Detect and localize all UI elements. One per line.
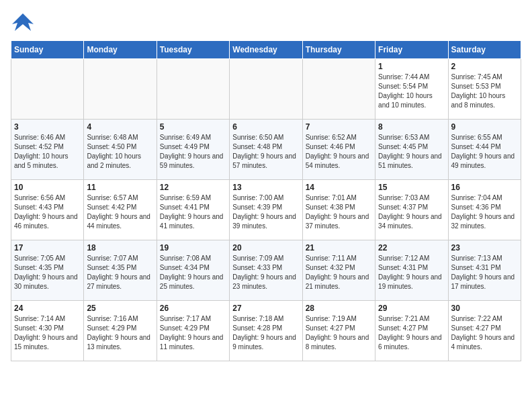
day-info: Sunrise: 7:04 AM Sunset: 4:36 PM Dayligh… xyxy=(451,193,518,231)
day-number: 24 xyxy=(14,304,81,313)
calendar-cell-18: 18Sunrise: 7:07 AM Sunset: 4:35 PM Dayli… xyxy=(84,240,157,301)
day-number: 20 xyxy=(232,243,299,253)
day-info: Sunrise: 7:03 AM Sunset: 4:37 PM Dayligh… xyxy=(378,193,445,231)
day-number: 25 xyxy=(87,304,153,313)
calendar-cell-23: 23Sunrise: 7:13 AM Sunset: 4:31 PM Dayli… xyxy=(448,240,521,301)
calendar-cell-22: 22Sunrise: 7:12 AM Sunset: 4:31 PM Dayli… xyxy=(375,240,448,301)
day-info: Sunrise: 6:59 AM Sunset: 4:41 PM Dayligh… xyxy=(160,193,226,231)
day-number: 23 xyxy=(451,243,518,253)
calendar-cell-empty xyxy=(157,59,229,120)
day-info: Sunrise: 7:45 AM Sunset: 5:53 PM Dayligh… xyxy=(451,73,518,110)
calendar-cell-13: 13Sunrise: 7:00 AM Sunset: 4:39 PM Dayli… xyxy=(230,180,302,240)
day-info: Sunrise: 7:00 AM Sunset: 4:39 PM Dayligh… xyxy=(232,193,299,231)
day-info: Sunrise: 6:56 AM Sunset: 4:43 PM Dayligh… xyxy=(14,193,81,231)
page-header xyxy=(11,11,521,35)
day-number: 26 xyxy=(160,304,226,313)
day-info: Sunrise: 6:48 AM Sunset: 4:50 PM Dayligh… xyxy=(87,133,153,171)
day-number: 29 xyxy=(378,304,445,313)
day-number: 1 xyxy=(378,62,445,71)
day-number: 12 xyxy=(160,183,226,192)
calendar-cell-25: 25Sunrise: 7:16 AM Sunset: 4:29 PM Dayli… xyxy=(84,301,157,361)
weekday-header-tuesday: Tuesday xyxy=(157,41,229,59)
day-info: Sunrise: 7:17 AM Sunset: 4:29 PM Dayligh… xyxy=(160,314,226,352)
weekday-header-sunday: Sunday xyxy=(11,41,84,59)
weekday-header-friday: Friday xyxy=(375,41,448,59)
calendar-cell-14: 14Sunrise: 7:01 AM Sunset: 4:38 PM Dayli… xyxy=(302,180,375,240)
svg-marker-0 xyxy=(12,13,34,31)
day-info: Sunrise: 6:52 AM Sunset: 4:46 PM Dayligh… xyxy=(306,133,372,171)
day-number: 10 xyxy=(14,183,81,192)
calendar-cell-8: 8Sunrise: 6:53 AM Sunset: 4:45 PM Daylig… xyxy=(375,120,448,180)
day-number: 9 xyxy=(451,122,518,132)
week-row-4: 17Sunrise: 7:05 AM Sunset: 4:35 PM Dayli… xyxy=(11,240,521,301)
calendar-cell-24: 24Sunrise: 7:14 AM Sunset: 4:30 PM Dayli… xyxy=(11,301,84,361)
day-info: Sunrise: 7:12 AM Sunset: 4:31 PM Dayligh… xyxy=(378,254,445,291)
calendar-cell-9: 9Sunrise: 6:55 AM Sunset: 4:44 PM Daylig… xyxy=(448,120,521,180)
calendar-cell-6: 6Sunrise: 6:50 AM Sunset: 4:48 PM Daylig… xyxy=(230,120,302,180)
weekday-header-monday: Monday xyxy=(84,41,157,59)
calendar-cell-7: 7Sunrise: 6:52 AM Sunset: 4:46 PM Daylig… xyxy=(302,120,375,180)
day-number: 13 xyxy=(232,183,299,192)
day-info: Sunrise: 7:09 AM Sunset: 4:33 PM Dayligh… xyxy=(232,254,299,291)
day-info: Sunrise: 7:13 AM Sunset: 4:31 PM Dayligh… xyxy=(451,254,518,291)
logo-bird-icon xyxy=(11,11,35,35)
day-number: 8 xyxy=(378,122,445,132)
day-info: Sunrise: 7:08 AM Sunset: 4:34 PM Dayligh… xyxy=(160,254,226,291)
calendar-cell-12: 12Sunrise: 6:59 AM Sunset: 4:41 PM Dayli… xyxy=(157,180,229,240)
day-info: Sunrise: 6:57 AM Sunset: 4:42 PM Dayligh… xyxy=(87,193,153,231)
calendar-cell-28: 28Sunrise: 7:19 AM Sunset: 4:27 PM Dayli… xyxy=(302,301,375,361)
day-number: 7 xyxy=(306,122,372,132)
day-number: 14 xyxy=(306,183,372,192)
day-number: 22 xyxy=(378,243,445,253)
day-number: 28 xyxy=(306,304,372,313)
calendar-cell-16: 16Sunrise: 7:04 AM Sunset: 4:36 PM Dayli… xyxy=(448,180,521,240)
day-number: 5 xyxy=(160,122,226,132)
day-info: Sunrise: 7:19 AM Sunset: 4:27 PM Dayligh… xyxy=(306,314,372,352)
day-info: Sunrise: 6:49 AM Sunset: 4:49 PM Dayligh… xyxy=(160,133,226,171)
calendar-cell-10: 10Sunrise: 6:56 AM Sunset: 4:43 PM Dayli… xyxy=(11,180,84,240)
day-number: 21 xyxy=(306,243,372,253)
calendar-cell-4: 4Sunrise: 6:48 AM Sunset: 4:50 PM Daylig… xyxy=(84,120,157,180)
day-number: 15 xyxy=(378,183,445,192)
day-number: 11 xyxy=(87,183,153,192)
day-info: Sunrise: 7:11 AM Sunset: 4:32 PM Dayligh… xyxy=(306,254,372,291)
week-row-3: 10Sunrise: 6:56 AM Sunset: 4:43 PM Dayli… xyxy=(11,180,521,240)
day-info: Sunrise: 6:46 AM Sunset: 4:52 PM Dayligh… xyxy=(14,133,81,171)
day-info: Sunrise: 6:50 AM Sunset: 4:48 PM Dayligh… xyxy=(232,133,299,171)
day-info: Sunrise: 7:01 AM Sunset: 4:38 PM Dayligh… xyxy=(306,193,372,231)
calendar-cell-empty xyxy=(302,59,375,120)
calendar-cell-27: 27Sunrise: 7:18 AM Sunset: 4:28 PM Dayli… xyxy=(230,301,302,361)
day-info: Sunrise: 7:14 AM Sunset: 4:30 PM Dayligh… xyxy=(14,314,81,352)
day-number: 30 xyxy=(451,304,518,313)
day-number: 6 xyxy=(232,122,299,132)
day-number: 4 xyxy=(87,122,153,132)
day-info: Sunrise: 6:55 AM Sunset: 4:44 PM Dayligh… xyxy=(451,133,518,171)
day-number: 2 xyxy=(451,62,518,71)
calendar-cell-empty xyxy=(230,59,302,120)
calendar-cell-11: 11Sunrise: 6:57 AM Sunset: 4:42 PM Dayli… xyxy=(84,180,157,240)
calendar-cell-20: 20Sunrise: 7:09 AM Sunset: 4:33 PM Dayli… xyxy=(230,240,302,301)
calendar-cell-17: 17Sunrise: 7:05 AM Sunset: 4:35 PM Dayli… xyxy=(11,240,84,301)
calendar-cell-29: 29Sunrise: 7:21 AM Sunset: 4:27 PM Dayli… xyxy=(375,301,448,361)
day-number: 16 xyxy=(451,183,518,192)
day-info: Sunrise: 7:16 AM Sunset: 4:29 PM Dayligh… xyxy=(87,314,153,352)
logo xyxy=(11,11,39,35)
day-info: Sunrise: 7:07 AM Sunset: 4:35 PM Dayligh… xyxy=(87,254,153,291)
calendar-cell-19: 19Sunrise: 7:08 AM Sunset: 4:34 PM Dayli… xyxy=(157,240,229,301)
weekday-header-saturday: Saturday xyxy=(448,41,521,59)
calendar-cell-2: 2Sunrise: 7:45 AM Sunset: 5:53 PM Daylig… xyxy=(448,59,521,120)
day-info: Sunrise: 7:44 AM Sunset: 5:54 PM Dayligh… xyxy=(378,73,445,110)
calendar-cell-30: 30Sunrise: 7:22 AM Sunset: 4:27 PM Dayli… xyxy=(448,301,521,361)
calendar-cell-1: 1Sunrise: 7:44 AM Sunset: 5:54 PM Daylig… xyxy=(375,59,448,120)
weekday-header-thursday: Thursday xyxy=(302,41,375,59)
calendar-cell-15: 15Sunrise: 7:03 AM Sunset: 4:37 PM Dayli… xyxy=(375,180,448,240)
week-row-1: 1Sunrise: 7:44 AM Sunset: 5:54 PM Daylig… xyxy=(11,59,521,120)
day-number: 17 xyxy=(14,243,81,253)
calendar-cell-5: 5Sunrise: 6:49 AM Sunset: 4:49 PM Daylig… xyxy=(157,120,229,180)
day-number: 19 xyxy=(160,243,226,253)
calendar-cell-empty xyxy=(11,59,84,120)
day-info: Sunrise: 7:05 AM Sunset: 4:35 PM Dayligh… xyxy=(14,254,81,291)
day-number: 3 xyxy=(14,122,81,132)
weekday-header-wednesday: Wednesday xyxy=(230,41,302,59)
calendar-cell-26: 26Sunrise: 7:17 AM Sunset: 4:29 PM Dayli… xyxy=(157,301,229,361)
